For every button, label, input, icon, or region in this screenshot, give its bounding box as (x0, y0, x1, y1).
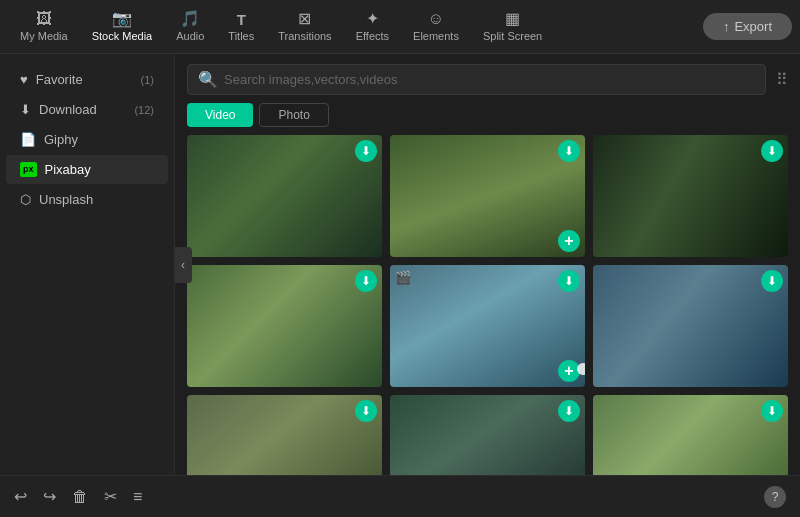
thumbnail-4[interactable]: ⬇ (187, 265, 382, 387)
download-btn-8b[interactable]: ⬇ (761, 400, 783, 422)
download-btn-2[interactable]: ⬇ (558, 140, 580, 162)
nav-label-elements: Elements (413, 30, 459, 42)
giphy-icon: 📄 (20, 132, 36, 147)
download-icon: ⬇ (20, 102, 31, 117)
nav-label-transitions: Transitions (278, 30, 331, 42)
export-icon: ↑ (723, 19, 730, 34)
download-btn-1[interactable]: ⬇ (355, 140, 377, 162)
download-btn-5[interactable]: ⬇ (558, 270, 580, 292)
heart-icon: ♥ (20, 72, 28, 87)
delete-button[interactable]: 🗑 (72, 488, 88, 506)
thumbnail-2[interactable]: ⬇ + (390, 135, 585, 257)
nav-item-effects[interactable]: ✦ Effects (344, 3, 401, 51)
thumbnail-7[interactable]: ⬇ (187, 395, 382, 475)
thumbnail-5[interactable]: 🎬 ⬇ + (390, 265, 585, 387)
nav-item-transitions[interactable]: ⊠ Transitions (266, 3, 343, 51)
search-input[interactable] (224, 72, 755, 87)
pixabay-icon: px (20, 162, 37, 177)
sidebar-label-giphy: Giphy (44, 132, 78, 147)
my-media-icon: 🖼 (36, 11, 52, 27)
cut-button[interactable]: ✂ (104, 487, 117, 506)
audio-icon: 🎵 (180, 11, 200, 27)
nav-label-effects: Effects (356, 30, 389, 42)
search-bar: 🔍 ⠿ (175, 54, 800, 101)
elements-icon: ☺ (428, 11, 444, 27)
thumbnail-1[interactable]: ⬇ (187, 135, 382, 257)
titles-icon: T (237, 12, 246, 27)
grid-area: ⬇ ⬇ + ⬇ ⬇ 🎬 ⬇ + (175, 135, 800, 475)
nav-item-my-media[interactable]: 🖼 My Media (8, 3, 80, 51)
bottom-bar: ↩ ↪ 🗑 ✂ ≡ ? (0, 475, 800, 517)
sidebar-label-unsplash: Unsplash (39, 192, 93, 207)
download-btn-7[interactable]: ⬇ (355, 400, 377, 422)
tab-photo[interactable]: Photo (259, 103, 328, 127)
sidebar-label-favorite: Favorite (36, 72, 83, 87)
nav-label-split-screen: Split Screen (483, 30, 542, 42)
unsplash-icon: ⬡ (20, 192, 31, 207)
content-area: ‹ 🔍 ⠿ Video Photo ⬇ ⬇ + (175, 54, 800, 475)
nav-item-elements[interactable]: ☺ Elements (401, 3, 471, 51)
nav-label-my-media: My Media (20, 30, 68, 42)
split-screen-icon: ▦ (505, 11, 520, 27)
sidebar-item-unsplash[interactable]: ⬡ Unsplash (6, 185, 168, 214)
nav-item-stock-media[interactable]: 📷 Stock Media (80, 3, 165, 51)
sidebar-label-download: Download (39, 102, 97, 117)
export-button[interactable]: ↑ Export (703, 13, 792, 40)
favorite-count: (1) (141, 74, 154, 86)
nav-label-titles: Titles (228, 30, 254, 42)
top-nav: 🖼 My Media 📷 Stock Media 🎵 Audio T Title… (0, 0, 800, 54)
sidebar-item-favorite[interactable]: ♥ Favorite (1) (6, 65, 168, 94)
download-btn-4[interactable]: ⬇ (355, 270, 377, 292)
thumbnail-grid: ⬇ ⬇ + ⬇ ⬇ 🎬 ⬇ + (187, 135, 788, 475)
sidebar-label-pixabay: Pixabay (45, 162, 91, 177)
nav-item-titles[interactable]: T Titles (216, 3, 266, 51)
main-area: ♥ Favorite (1) ⬇ Download (12) 📄 Giphy p… (0, 54, 800, 475)
grid-view-icon[interactable]: ⠿ (776, 70, 788, 89)
thumbnail-8[interactable]: ⬇ (390, 395, 585, 475)
tab-row: Video Photo (175, 101, 800, 135)
stock-media-icon: 📷 (112, 11, 132, 27)
thumbnail-8b[interactable]: ⬇ (593, 395, 788, 475)
download-btn-6[interactable]: ⬇ (761, 270, 783, 292)
sidebar: ♥ Favorite (1) ⬇ Download (12) 📄 Giphy p… (0, 54, 175, 475)
sidebar-item-giphy[interactable]: 📄 Giphy (6, 125, 168, 154)
sidebar-item-download[interactable]: ⬇ Download (12) (6, 95, 168, 124)
effects-icon: ✦ (366, 11, 379, 27)
nav-item-split-screen[interactable]: ▦ Split Screen (471, 3, 554, 51)
download-btn-3[interactable]: ⬇ (761, 140, 783, 162)
video-icon-5: 🎬 (395, 270, 411, 285)
search-input-wrap: 🔍 (187, 64, 766, 95)
thumbnail-3[interactable]: ⬇ (593, 135, 788, 257)
thumbnail-6[interactable]: ⬇ (593, 265, 788, 387)
help-button[interactable]: ? (764, 486, 786, 508)
nav-item-audio[interactable]: 🎵 Audio (164, 3, 216, 51)
sidebar-toggle-button[interactable]: ‹ (175, 247, 192, 283)
transitions-icon: ⊠ (298, 11, 311, 27)
nav-label-stock-media: Stock Media (92, 30, 153, 42)
menu-button[interactable]: ≡ (133, 488, 142, 506)
sidebar-item-pixabay[interactable]: px Pixabay (6, 155, 168, 184)
search-icon: 🔍 (198, 70, 218, 89)
nav-label-audio: Audio (176, 30, 204, 42)
undo-button[interactable]: ↩ (14, 487, 27, 506)
add-btn-5[interactable]: + (558, 360, 580, 382)
tab-video[interactable]: Video (187, 103, 253, 127)
export-label: Export (734, 19, 772, 34)
redo-button[interactable]: ↪ (43, 487, 56, 506)
add-btn-2[interactable]: + (558, 230, 580, 252)
download-count: (12) (134, 104, 154, 116)
download-btn-8[interactable]: ⬇ (558, 400, 580, 422)
